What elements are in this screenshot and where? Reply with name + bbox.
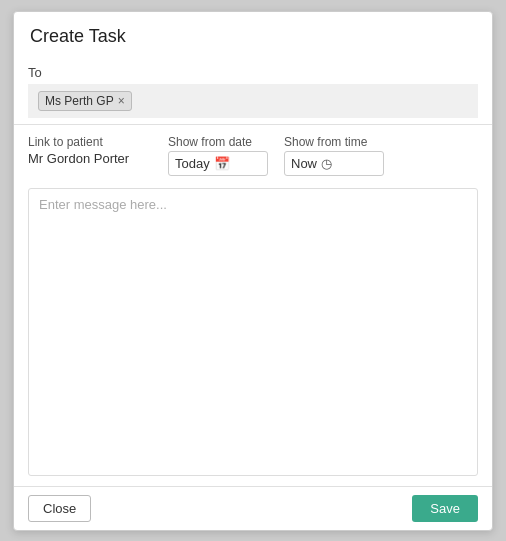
save-button[interactable]: Save: [412, 495, 478, 522]
show-from-time-label: Show from time: [284, 135, 384, 149]
link-patient-label: Link to patient: [28, 135, 148, 149]
message-textarea[interactable]: [28, 188, 478, 476]
modal-body: To Ms Perth GP × Link to patient Mr Gord…: [14, 57, 492, 486]
time-value: Now: [291, 156, 317, 171]
modal-footer: Close Save: [14, 486, 492, 530]
show-from-time-field: Show from time Now ◷: [284, 135, 384, 176]
section-divider: [14, 124, 492, 125]
to-field-row: Ms Perth GP ×: [28, 84, 478, 118]
patient-name: Mr Gordon Porter: [28, 151, 148, 166]
modal-title: Create Task: [30, 26, 476, 47]
message-area-wrapper: [14, 182, 492, 486]
recipient-tag[interactable]: Ms Perth GP ×: [38, 91, 132, 111]
modal-header: Create Task: [14, 12, 492, 57]
tag-label: Ms Perth GP: [45, 94, 114, 108]
to-label: To: [28, 65, 478, 80]
show-from-date-field: Show from date Today 📅: [168, 135, 268, 176]
date-time-section: Show from date Today 📅 Show from time No…: [168, 135, 478, 176]
close-button[interactable]: Close: [28, 495, 91, 522]
calendar-icon: 📅: [214, 156, 230, 171]
show-from-date-label: Show from date: [168, 135, 268, 149]
tag-close-icon[interactable]: ×: [118, 95, 125, 107]
time-input[interactable]: Now ◷: [284, 151, 384, 176]
date-value: Today: [175, 156, 210, 171]
to-section: To Ms Perth GP ×: [14, 57, 492, 124]
create-task-modal: Create Task To Ms Perth GP × Link to pat…: [13, 11, 493, 531]
link-patient-section: Link to patient Mr Gordon Porter: [28, 135, 148, 166]
patient-row: Link to patient Mr Gordon Porter Show fr…: [14, 127, 492, 182]
clock-icon: ◷: [321, 156, 332, 171]
date-input[interactable]: Today 📅: [168, 151, 268, 176]
